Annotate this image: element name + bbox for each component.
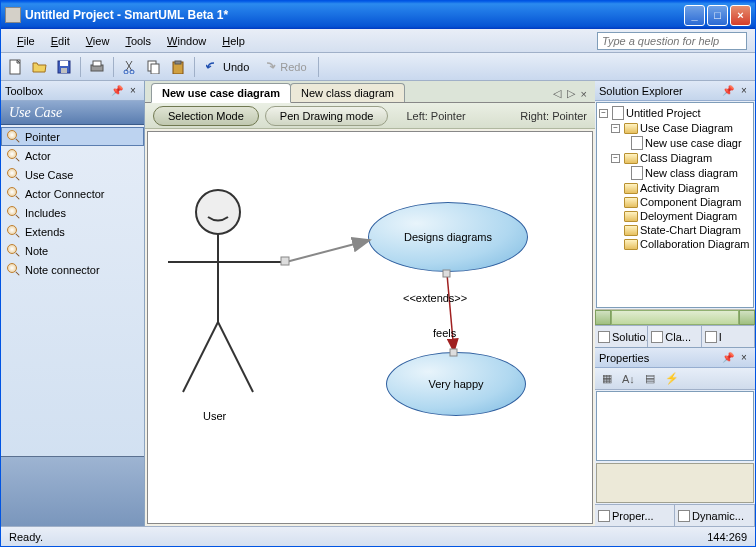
folder-icon (624, 183, 638, 194)
close-panel-icon[interactable]: × (126, 84, 140, 98)
pen-mode-button[interactable]: Pen Drawing mode (265, 106, 389, 126)
properties-toolbar: ▦ A↓ ▤ ⚡ (595, 368, 755, 390)
toolbox-items: Pointer Actor Use Case Actor Connector I… (1, 125, 144, 456)
svg-rect-3 (61, 68, 67, 73)
tab-class-diagram[interactable]: New class diagram (290, 83, 405, 102)
tree-scrollbar[interactable] (595, 309, 755, 325)
close-panel-icon[interactable]: × (737, 351, 751, 365)
tab-prev-icon[interactable]: ◁ (551, 87, 563, 100)
tree-deployment-folder[interactable]: Deloyment Diagram (597, 209, 753, 223)
tree-activity-folder[interactable]: Activity Diagram (597, 181, 753, 195)
pin-icon[interactable]: 📌 (721, 84, 735, 98)
explorer-tab-class[interactable]: Cla... (648, 326, 701, 347)
tree-root[interactable]: −Untitled Project (597, 105, 753, 121)
magnifier-icon (7, 244, 20, 257)
save-icon[interactable] (53, 56, 75, 78)
tool-pointer[interactable]: Pointer (1, 127, 144, 146)
undo-button[interactable]: Undo (200, 61, 255, 73)
document-tabs: New use case diagram New class diagram ◁… (145, 81, 595, 103)
magnifier-icon (7, 206, 20, 219)
tab-icon (598, 331, 610, 343)
tab-next-icon[interactable]: ▷ (565, 87, 577, 100)
tree-collaboration-folder[interactable]: Collaboration Diagram (597, 237, 753, 251)
svg-rect-11 (175, 61, 181, 64)
tab-icon (598, 510, 610, 522)
properties-tab-dynamic[interactable]: Dynamic... (675, 505, 755, 526)
new-file-icon[interactable] (5, 56, 27, 78)
explorer-tab-i[interactable]: I (702, 326, 755, 347)
paste-icon[interactable] (167, 56, 189, 78)
toolbox-panel: Toolbox 📌 × Use Case Pointer Actor Use C… (1, 81, 145, 526)
selection-mode-button[interactable]: Selection Mode (153, 106, 259, 126)
help-search-input[interactable] (597, 32, 747, 50)
svg-rect-2 (60, 61, 68, 66)
folder-icon (624, 211, 638, 222)
tree-class-folder[interactable]: −Class Diagram (597, 151, 753, 165)
tree-usecase-doc[interactable]: New use case diagr (597, 135, 753, 151)
menu-tools[interactable]: Tools (117, 32, 159, 50)
tool-note[interactable]: Note (1, 241, 144, 260)
copy-icon[interactable] (143, 56, 165, 78)
tree-usecase-folder[interactable]: −Use Case Diagram (597, 121, 753, 135)
folder-icon (624, 153, 638, 164)
redo-button[interactable]: Redo (257, 61, 312, 73)
tab-close-icon[interactable]: × (579, 88, 589, 100)
extends-label: <<extends>> (403, 292, 467, 304)
magnifier-icon (7, 149, 20, 162)
svg-rect-9 (151, 64, 159, 74)
menu-edit[interactable]: Edit (43, 32, 78, 50)
properties-title: Properties (599, 352, 719, 364)
close-panel-icon[interactable]: × (737, 84, 751, 98)
props-icon[interactable]: ▤ (642, 372, 658, 385)
solution-tree[interactable]: −Untitled Project −Use Case Diagram New … (596, 102, 754, 308)
categorize-icon[interactable]: ▦ (599, 372, 615, 385)
explorer-header: Solution Explorer 📌 × (595, 81, 755, 101)
svg-line-17 (286, 240, 370, 262)
tool-actor-connector[interactable]: Actor Connector (1, 184, 144, 203)
properties-tab-proper[interactable]: Proper... (595, 505, 675, 526)
explorer-tab-solution[interactable]: Solutio... (595, 326, 648, 347)
status-bar: Ready. 144:269 (1, 526, 755, 546)
pin-icon[interactable]: 📌 (721, 351, 735, 365)
menu-file[interactable]: File (9, 32, 43, 50)
sort-icon[interactable]: A↓ (619, 373, 638, 385)
explorer-title: Solution Explorer (599, 85, 719, 97)
tab-icon (678, 510, 690, 522)
tool-note-connector[interactable]: Note connector (1, 260, 144, 279)
tree-statechart-folder[interactable]: State-Chart Diagram (597, 223, 753, 237)
properties-grid[interactable] (596, 391, 754, 461)
menu-view[interactable]: View (78, 32, 118, 50)
diagram-canvas[interactable]: User Designs diagrams Very happy <<exten… (147, 131, 593, 524)
tree-component-folder[interactable]: Component Diagram (597, 195, 753, 209)
close-button[interactable]: × (730, 5, 751, 26)
magnifier-icon (7, 168, 20, 181)
toolbox-category[interactable]: Use Case (1, 101, 144, 125)
menu-help[interactable]: Help (214, 32, 253, 50)
properties-description (596, 463, 754, 503)
tool-extends[interactable]: Extends (1, 222, 144, 241)
explorer-tabs: Solutio... Cla... I (595, 325, 755, 347)
print-icon[interactable] (86, 56, 108, 78)
svg-rect-5 (93, 61, 101, 66)
redo-label: Redo (280, 61, 306, 73)
events-icon[interactable]: ⚡ (662, 372, 682, 385)
properties-header: Properties 📌 × (595, 348, 755, 368)
pin-icon[interactable]: 📌 (110, 84, 124, 98)
minimize-button[interactable]: _ (684, 5, 705, 26)
menu-window[interactable]: Window (159, 32, 214, 50)
tool-usecase[interactable]: Use Case (1, 165, 144, 184)
undo-label: Undo (223, 61, 249, 73)
maximize-button[interactable]: □ (707, 5, 728, 26)
right-panels: Solution Explorer 📌 × −Untitled Project … (595, 81, 755, 526)
feels-label: feels (433, 327, 456, 339)
tool-includes[interactable]: Includes (1, 203, 144, 222)
title-bar: Untitled Project - SmartUML Beta 1* _ □ … (1, 1, 755, 29)
properties-panel: Properties 📌 × ▦ A↓ ▤ ⚡ Proper... Dynami… (595, 347, 755, 526)
cut-icon[interactable] (119, 56, 141, 78)
folder-icon (624, 197, 638, 208)
left-pointer-label: Left: Pointer (406, 110, 465, 122)
tree-class-doc[interactable]: New class diagram (597, 165, 753, 181)
open-folder-icon[interactable] (29, 56, 51, 78)
tab-usecase-diagram[interactable]: New use case diagram (151, 83, 291, 103)
tool-actor[interactable]: Actor (1, 146, 144, 165)
